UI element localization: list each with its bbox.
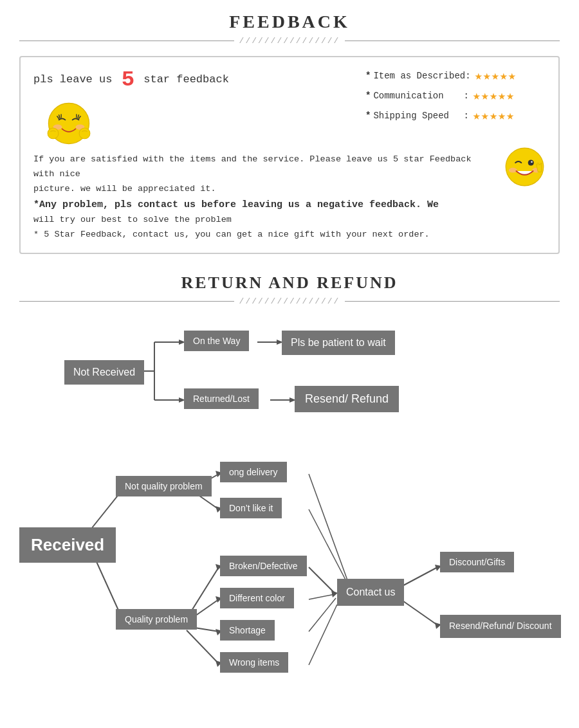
- rating-label-2: Communication: [373, 91, 463, 101]
- pls-before: pls leave us: [33, 73, 112, 86]
- discount-gifts-box: Discount/Gifts: [440, 552, 514, 572]
- not-received-box: Not Received: [64, 360, 144, 385]
- happy-emoji: [46, 101, 91, 146]
- svg-line-42: [309, 598, 336, 632]
- svg-point-7: [531, 161, 533, 163]
- wrong-items-box: Wrong items: [220, 652, 288, 673]
- svg-line-40: [309, 509, 347, 583]
- body-line2: picture. we will be appreciated it.: [33, 184, 216, 194]
- broken-box: Broken/Defective: [220, 556, 307, 576]
- long-delivery-box: ong delivery: [220, 462, 287, 482]
- feedback-body: If you are satisfied with the items and …: [33, 152, 546, 242]
- wink-emoji: [504, 146, 546, 188]
- rating-label-3: Shipping Speed: [373, 111, 463, 121]
- rating-stars-3: ★★★★★: [473, 107, 515, 123]
- body-line5: * 5 Star Feedback, contact us, you can g…: [33, 230, 430, 239]
- shortage-box: Shortage: [220, 620, 275, 641]
- svg-line-41: [309, 594, 335, 599]
- body-line3: *Any problem, pls contact us before leav…: [33, 199, 439, 210]
- refund-divider: ////////////////: [19, 296, 560, 306]
- resend-refund-top-box: Resend/ Refund: [295, 386, 399, 412]
- contact-us-box: Contact us: [337, 579, 404, 606]
- rating-stars-1: ★★★★★: [475, 68, 517, 84]
- rating-colon-2: :: [463, 91, 468, 101]
- not-received-flow: Not Received On the Way Pls be patient t…: [19, 316, 560, 426]
- feedback-box: pls leave us 5 star feedback: [19, 56, 560, 254]
- divider-slashes: ////////////////: [239, 36, 340, 46]
- resend-refund-discount-box: Resend/Refund/ Discount: [440, 615, 561, 638]
- returned-lost-box: Returned/Lost: [184, 388, 259, 409]
- svg-line-37: [309, 567, 335, 593]
- flow-top-area: Not Received On the Way Pls be patient t…: [19, 316, 560, 715]
- feedback-right: * Item as Described : ★★★★★ * Communicat…: [365, 68, 546, 123]
- svg-line-43: [309, 605, 337, 665]
- feedback-divider: ////////////////: [19, 36, 560, 46]
- received-flow: Received Not quality problem Quality pro…: [19, 439, 560, 715]
- pls-text: pls leave us 5 star feedback: [33, 68, 229, 92]
- refund-title: RETURN AND REFUND: [19, 273, 560, 293]
- refund-section: RETURN AND REFUND ////////////////: [0, 260, 579, 728]
- feedback-left: pls leave us 5 star feedback: [33, 68, 229, 146]
- feedback-title: FEEDBACK: [19, 12, 560, 32]
- feedback-section: FEEDBACK //////////////// pls leave us 5…: [0, 0, 579, 260]
- received-box: Received: [19, 527, 116, 563]
- flow-bottom-svg: [19, 439, 560, 715]
- rating-item-described: * Item as Described : ★★★★★: [365, 68, 546, 84]
- rating-label-1: Item as Described: [373, 71, 465, 81]
- refund-divider-slashes: ////////////////: [239, 296, 340, 306]
- body-line4: will try our best to solve the problem: [33, 215, 232, 224]
- feedback-top: pls leave us 5 star feedback: [33, 68, 546, 146]
- svg-line-46: [399, 598, 437, 625]
- rating-stars-2: ★★★★★: [473, 87, 515, 104]
- svg-line-39: [309, 474, 347, 580]
- svg-point-4: [79, 128, 90, 139]
- svg-point-8: [509, 168, 517, 173]
- rating-communication: * Communication : ★★★★★: [365, 87, 546, 104]
- svg-line-35: [187, 630, 219, 664]
- on-the-way-box: On the Way: [184, 331, 249, 351]
- diff-color-box: Different color: [220, 588, 294, 608]
- pls-wait-box: Pls be patient to wait: [282, 331, 395, 355]
- rating-colon-1: :: [465, 71, 470, 81]
- svg-point-3: [48, 128, 59, 139]
- quality-box: Quality problem: [116, 609, 197, 630]
- big-five: 5: [122, 68, 134, 92]
- svg-line-44: [399, 567, 437, 588]
- rating-colon-3: :: [463, 111, 468, 121]
- body-line1: If you are satisfied with the items and …: [33, 154, 472, 179]
- dont-like-box: Don’t like it: [220, 498, 282, 518]
- svg-point-6: [528, 159, 534, 165]
- not-quality-box: Not quality problem: [116, 476, 212, 496]
- rating-shipping: * Shipping Speed : ★★★★★: [365, 107, 546, 123]
- pls-after: star feedback: [143, 73, 229, 86]
